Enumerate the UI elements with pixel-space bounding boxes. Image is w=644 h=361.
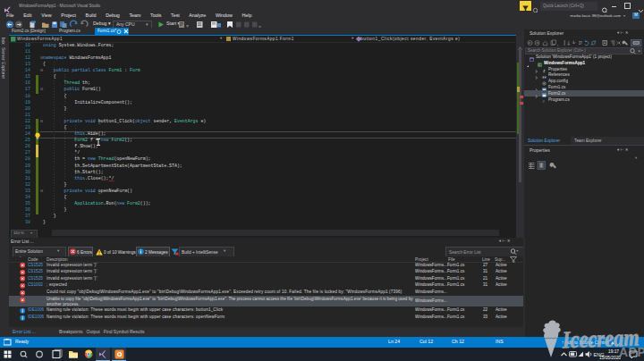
svg-text:#: # bbox=[543, 99, 546, 104]
